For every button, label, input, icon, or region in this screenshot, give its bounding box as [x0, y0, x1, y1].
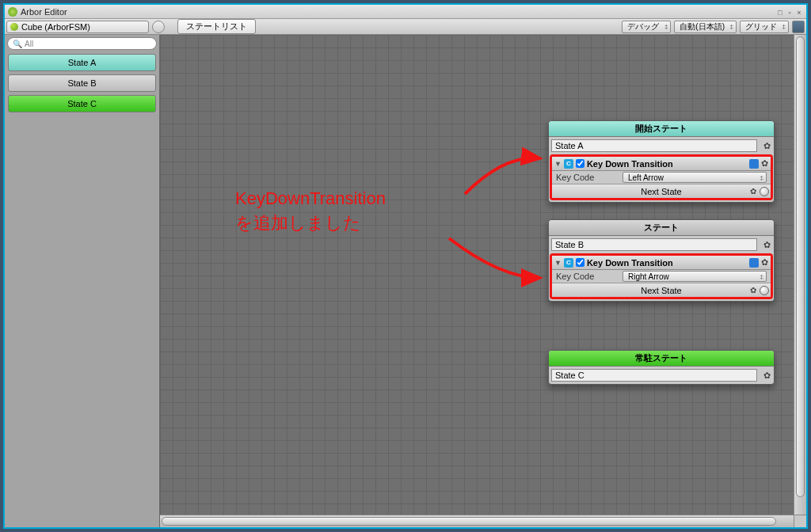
script-icon: C: [564, 258, 573, 268]
annotation-text: KeyDownTransition を追加しました: [235, 187, 386, 236]
object-icon: [10, 23, 18, 31]
node-state-a[interactable]: 開始ステート State A ✿ ▼ C Key Down Transition…: [548, 120, 775, 203]
help-icon[interactable]: [749, 159, 759, 169]
behaviour-title: Key Down Transition: [587, 159, 747, 169]
node-state-b[interactable]: ステート State B ✿ ▼ C Key Down Transition ✿: [548, 219, 775, 302]
scroll-corner: [794, 515, 806, 527]
sidebar: 🔍 All State A State B State C: [5, 35, 160, 527]
keycode-dropdown[interactable]: Left Arrow: [623, 172, 767, 183]
state-list-tab[interactable]: ステートリスト: [177, 19, 256, 34]
capture-button[interactable]: [792, 21, 805, 33]
window-controls[interactable]: □▫×: [775, 7, 803, 17]
horizontal-scrollbar[interactable]: [160, 515, 794, 527]
sidebar-item-state-a[interactable]: State A: [8, 54, 156, 71]
behaviour-keydown-b: ▼ C Key Down Transition ✿ Key Code Right…: [550, 253, 773, 299]
foldout-icon[interactable]: ▼: [554, 259, 562, 267]
behaviour-keydown-a: ▼ C Key Down Transition ✿ Key Code Left …: [550, 154, 773, 200]
sidebar-item-state-c[interactable]: State C: [8, 95, 156, 112]
field-label: Key Code: [556, 173, 618, 182]
search-input[interactable]: 🔍 All: [7, 37, 157, 50]
keycode-dropdown[interactable]: Right Arrow: [623, 271, 767, 282]
gear-icon[interactable]: ✿: [761, 158, 768, 169]
vertical-scrollbar[interactable]: [794, 35, 806, 515]
transition-knob[interactable]: [760, 286, 769, 295]
field-label: Key Code: [556, 272, 618, 281]
node-name-field[interactable]: State A: [551, 139, 757, 152]
gear-icon[interactable]: ✿: [761, 257, 768, 268]
node-header[interactable]: ステート: [549, 220, 774, 236]
gear-icon[interactable]: ✿: [760, 240, 774, 250]
magnifier-icon: 🔍: [13, 40, 22, 48]
behaviour-header[interactable]: ▼ C Key Down Transition ✿: [552, 157, 771, 171]
app-icon: [8, 7, 17, 17]
behaviour-header[interactable]: ▼ C Key Down Transition ✿: [552, 256, 771, 270]
debug-dropdown[interactable]: デバッグ: [622, 21, 671, 33]
toolbar: Cube (ArborFSM) ステートリスト デバッグ 自動(日本語) グリッ…: [5, 19, 806, 35]
behaviour-enable-checkbox[interactable]: [576, 258, 584, 267]
object-picker-button[interactable]: [152, 21, 165, 33]
next-state-row[interactable]: Next State ✿: [552, 283, 771, 297]
grid-dropdown[interactable]: グリッド: [740, 21, 789, 33]
help-icon[interactable]: [749, 258, 759, 268]
window-title: Arbor Editor: [21, 7, 67, 17]
scroll-thumb[interactable]: [162, 517, 776, 526]
scroll-thumb[interactable]: [796, 36, 805, 497]
node-header[interactable]: 常駐ステート: [549, 351, 774, 367]
gear-icon[interactable]: ✿: [760, 141, 774, 151]
window-title-bar[interactable]: Arbor Editor □▫×: [5, 5, 806, 19]
gear-icon[interactable]: ✿: [750, 286, 756, 294]
behaviour-enable-checkbox[interactable]: [576, 159, 584, 168]
annotation-arrow-1: [461, 150, 548, 201]
node-state-c[interactable]: 常駐ステート State C ✿: [548, 350, 775, 385]
script-icon: C: [564, 159, 573, 169]
language-dropdown[interactable]: 自動(日本語): [674, 21, 737, 33]
next-state-row[interactable]: Next State ✿: [552, 184, 771, 198]
target-object-field[interactable]: Cube (ArborFSM): [6, 21, 149, 33]
gear-icon[interactable]: ✿: [760, 370, 774, 381]
transition-knob[interactable]: [760, 187, 769, 196]
node-name-field[interactable]: State B: [551, 238, 757, 251]
node-header[interactable]: 開始ステート: [549, 121, 774, 137]
gear-icon[interactable]: ✿: [750, 187, 756, 196]
behaviour-title: Key Down Transition: [587, 258, 747, 268]
node-name-field[interactable]: State C: [551, 369, 757, 382]
graph-canvas[interactable]: 開始ステート State A ✿ ▼ C Key Down Transition…: [160, 35, 806, 527]
annotation-arrow-2: [445, 234, 548, 293]
foldout-icon[interactable]: ▼: [554, 160, 562, 168]
object-name: Cube (ArborFSM): [21, 22, 90, 32]
sidebar-item-state-b[interactable]: State B: [8, 74, 156, 92]
search-placeholder: All: [25, 40, 33, 48]
